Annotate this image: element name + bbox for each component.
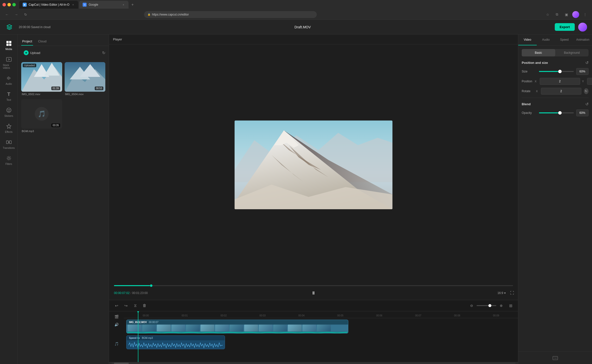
zoom-in-button[interactable]: ⊕: [498, 302, 505, 309]
size-label: Size: [522, 70, 536, 73]
fit-timeline-button[interactable]: ⊞: [507, 302, 514, 309]
app-header: 20:00:00 Saved in cloud Draft.MOV Export: [0, 20, 592, 35]
tab-project[interactable]: Project: [21, 37, 33, 46]
playhead[interactable]: [138, 311, 138, 362]
timeline-audio-icon[interactable]: 🔊: [113, 321, 120, 328]
rot-x-label: X: [536, 90, 539, 93]
blend-reset[interactable]: ↺: [585, 102, 589, 106]
right-panel-content: Basic Background Position and size ↺ Siz…: [518, 46, 592, 351]
svg-rect-3: [9, 44, 11, 46]
opacity-value-input[interactable]: [576, 109, 589, 116]
timeline-ruler: 00:00 00:01 00:02 00:03 00:04 00:05 00:0…: [124, 311, 518, 318]
sidebar-item-text[interactable]: T Text: [1, 89, 16, 103]
fullscreen-button[interactable]: ⛶: [510, 291, 514, 295]
ruler-mark-5: 00:05: [321, 314, 360, 318]
position-inputs: X Y: [535, 78, 592, 85]
ruler-mark-7: 00:07: [399, 314, 438, 318]
pos-x-label: X: [535, 80, 538, 83]
traffic-light-yellow[interactable]: [7, 3, 11, 6]
duration-badge-bgm: 03:35: [51, 123, 60, 127]
traffic-light-red[interactable]: [2, 3, 6, 6]
audio-clip-name: BGM.mp3: [142, 337, 153, 339]
tab-audio[interactable]: Audio: [537, 35, 555, 45]
sidebar-item-media[interactable]: Media: [1, 38, 16, 52]
upload-button[interactable]: + Upload: [21, 49, 43, 57]
keyboard-shortcut-icon[interactable]: [518, 351, 592, 364]
tab-close-capcut[interactable]: ×: [71, 3, 75, 6]
ruler-mark-2: 00:02: [204, 314, 243, 318]
back-button[interactable]: ←: [3, 11, 10, 18]
undo-button[interactable]: ↩: [113, 302, 120, 309]
ruler-mark-8: 00:08: [438, 314, 477, 318]
size-slider-track[interactable]: [539, 71, 574, 72]
more-options-icon[interactable]: ⋮: [582, 11, 589, 18]
rotate-icon[interactable]: ↻: [584, 88, 589, 94]
browser-chrome: ▶ CapCut | Video Editor | All-In-O × G G…: [0, 0, 592, 20]
player-area: Player: [109, 35, 518, 300]
zoom-out-button[interactable]: ⊖: [468, 302, 475, 309]
size-slider-fill: [539, 71, 560, 72]
position-size-reset[interactable]: ↺: [585, 60, 589, 65]
audio-track: Speed 4x BGM.mp3: [126, 335, 516, 349]
sidebar-item-effects[interactable]: Effects: [1, 121, 16, 135]
media-grid: Uploaded 01:39 IMG_6502.mov: [18, 60, 109, 136]
sidebar-item-filters[interactable]: Filters: [1, 153, 16, 167]
lock-icon: 🔒: [148, 13, 150, 16]
sidebar-item-stock-videos[interactable]: Stock videos: [1, 54, 16, 71]
timeline-audio2-icon[interactable]: 🎵: [113, 340, 120, 347]
media-item-bgm[interactable]: 🎵 03:35 BGM.mp3: [21, 99, 62, 134]
pos-y-input[interactable]: [587, 78, 592, 85]
redo-button[interactable]: ↪: [122, 302, 129, 309]
pos-x-input[interactable]: [540, 78, 580, 85]
profile-avatar[interactable]: [572, 11, 579, 18]
timeline-video-track-icon[interactable]: 🎬: [113, 313, 120, 320]
new-tab-button[interactable]: +: [130, 2, 135, 8]
tab-cloud[interactable]: Cloud: [37, 37, 47, 46]
media-item-img6504[interactable]: 00:53 IMG_6504.mov: [65, 62, 106, 97]
sidebar-toggle-icon[interactable]: ▣: [563, 11, 570, 18]
total-time: 00:01:23:00: [132, 291, 148, 295]
app-body: Media Stock videos Audio T Text: [0, 35, 592, 364]
opacity-slider-thumb[interactable]: [558, 111, 562, 115]
blend-header: Blend ↺: [522, 102, 589, 106]
filename-bgm: BGM.mp3: [21, 129, 62, 134]
zoom-slider-track[interactable]: [477, 305, 496, 306]
aspect-ratio-button[interactable]: 16:9 ▾: [498, 291, 506, 295]
stickers-icon: [5, 107, 12, 114]
size-slider-thumb[interactable]: [558, 70, 562, 73]
split-button[interactable]: ⧖: [132, 302, 139, 309]
export-button[interactable]: Export: [555, 23, 575, 31]
size-value-input[interactable]: [576, 68, 589, 75]
tab-favicon-google: G: [83, 3, 87, 7]
extensions-icon[interactable]: ⧉: [554, 11, 560, 18]
opacity-slider-track[interactable]: [539, 112, 574, 113]
sidebar-item-audio[interactable]: Audio: [1, 73, 16, 87]
media-item-img6502[interactable]: Uploaded 01:39 IMG_6502.mov: [21, 62, 62, 97]
opacity-control-row: Opacity: [522, 109, 589, 116]
address-input[interactable]: 🔒 https://www.capcut.cn/editor: [144, 11, 317, 18]
tab-video[interactable]: Video: [518, 35, 537, 45]
pause-button[interactable]: ⏸: [309, 289, 318, 297]
time-display: 00:00:07:02 / 00:01:23:00: [114, 291, 148, 295]
rot-x-input[interactable]: [541, 88, 581, 95]
tab-animation[interactable]: Animation: [574, 35, 592, 45]
sidebar-item-stickers[interactable]: Stickers: [1, 105, 16, 119]
tab-close-google[interactable]: ×: [122, 3, 125, 6]
timeline-scrollbar[interactable]: [109, 362, 518, 364]
app-logo: [5, 23, 14, 32]
refresh-button[interactable]: ↻: [102, 51, 105, 55]
audio-label: Audio: [6, 83, 12, 85]
video-clip[interactable]: IMG_6502.MOV 00:00:07: [126, 320, 348, 333]
sidebar-item-transitions[interactable]: Transitions: [1, 137, 16, 151]
tab-speed[interactable]: Speed: [555, 35, 574, 45]
traffic-light-green[interactable]: [12, 3, 16, 6]
browser-tab-google[interactable]: G Google ×: [79, 1, 129, 9]
background-toggle[interactable]: Background: [555, 49, 589, 56]
browser-tab-capcut[interactable]: ▶ CapCut | Video Editor | All-In-O ×: [19, 1, 78, 9]
basic-toggle[interactable]: Basic: [522, 49, 555, 56]
user-avatar[interactable]: [578, 23, 587, 32]
star-icon[interactable]: ☆: [544, 11, 551, 18]
reload-button[interactable]: ↻: [22, 11, 29, 18]
delete-button[interactable]: 🗑: [141, 302, 148, 309]
audio-clip[interactable]: Speed 4x BGM.mp3: [126, 335, 225, 349]
